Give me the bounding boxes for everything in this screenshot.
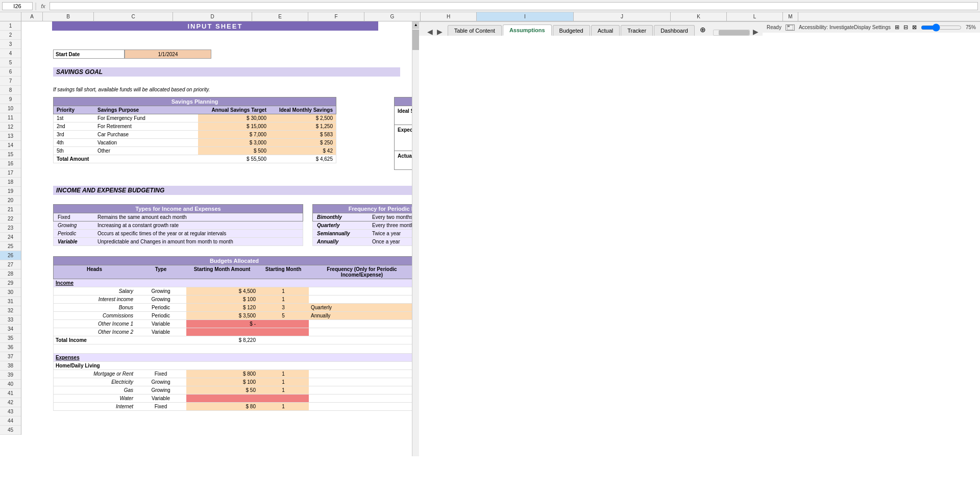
scroll-h-thumb[interactable] [719,30,749,35]
freq-row-2: Quarterly Every three months [312,221,419,230]
budget-internet-head: Internet [54,403,135,410]
budget-electricity-type: Growing [135,378,186,386]
tab-actual[interactable]: Actual [591,25,620,36]
add-sheet-button[interactable]: ⊕ [696,23,710,36]
types-row-1: Fixed Remains the same amount each month [53,213,303,221]
freq-title: Frequency for Periodic Income and Expens… [312,204,419,213]
col-header-C[interactable]: C [94,12,173,21]
tab-tracker[interactable]: Tracker [621,25,653,36]
row-37: 37 [0,352,21,361]
budget-other1-freq [309,320,415,328]
col-header-D[interactable]: D [173,12,252,21]
tabs-bar: ◀ ▶ Table of Content Assumptions Budgete… [419,21,763,36]
row-38: 38 [0,361,21,371]
col-header-K[interactable]: K [671,12,727,21]
scroll-thumb[interactable] [412,30,419,50]
budget-other1-row: Other Income 1 Variable $ - [53,320,415,328]
row-4: 4 [0,49,21,58]
tab-budgeted[interactable]: Budgeted [553,25,590,36]
budgets-header: Budgets Allocated [53,256,415,265]
zoom-slider[interactable] [921,23,962,32]
row-39: 39 [0,371,21,380]
budget-mortgage-month: 1 [258,370,309,378]
budget-other2-month [258,328,309,336]
row-18: 18 [0,178,21,187]
formula-input[interactable] [50,2,978,10]
col-header-F[interactable]: F [308,12,364,21]
status-left: Ready Accessibility: Investigate [767,24,854,31]
row-17: 17 [0,168,21,178]
budget-interest-row: Interest income Growing $ 100 1 [53,295,415,304]
budget-col-freq: Frequency (Only for Periodic Income/Expe… [309,265,415,279]
view-page-icon[interactable]: ⊟ [903,24,908,31]
col-header-J[interactable]: J [574,12,671,21]
savings-row-3: 3rd Car Purchase $ 7,000 $ 583 [53,131,336,139]
savings-purpose-1: For Emergency Fund [94,114,198,122]
accessibility-status[interactable]: Accessibility: Investigate [799,24,854,30]
budget-gas-row: Gas Growing $ 50 1 [53,386,415,395]
row-20: 20 [0,196,21,205]
col-header-H[interactable]: H [421,12,477,21]
budget-mortgage-head: Mortgage or Rent [54,370,135,378]
nav-prev-icon[interactable]: ◀ [425,28,435,36]
savings-row-2: 2nd For Retirement $ 15,000 $ 1,250 [53,122,336,131]
budget-electricity-month: 1 [258,378,309,386]
col-header-A[interactable]: A [21,12,43,21]
start-date-value[interactable]: 1/1/2024 [125,50,211,59]
savings-col-purpose: Savings Purpose [94,106,198,114]
row-30: 30 [0,288,21,297]
type-fixed-desc: Remains the same amount each month [94,213,303,221]
corner-header [0,12,21,21]
budget-mortgage-type: Fixed [135,370,186,378]
scroll-up-btn[interactable]: ▲ [412,21,419,29]
freq-row-4: Annually Once a year [312,238,419,246]
col-header-I[interactable]: I [477,12,574,21]
col-header-E[interactable]: E [252,12,308,21]
col-header-G[interactable]: G [364,12,421,21]
types-row-3: Periodic Occurs at specific times of the… [53,230,303,238]
budget-internet-type: Fixed [135,403,186,410]
budget-blank-row [53,344,415,354]
savings-priority-1: 1st [54,114,94,122]
sheet-area[interactable]: 1 2 3 4 5 6 7 8 9 10 11 12 13 14 15 16 1… [0,21,419,456]
scrollbar-right[interactable]: ▲ [412,21,419,456]
display-settings-label[interactable]: Display Settings [854,24,891,30]
savings-col-annual: Annual Savings Target [198,106,270,114]
budget-electricity-freq [309,378,415,386]
view-normal-icon[interactable]: ⊞ [895,24,899,31]
type-fixed: Fixed [54,213,94,221]
row-31: 31 [0,297,21,306]
budget-total-income-amount: $ 8,220 [186,336,258,344]
view-pagebreak-icon[interactable]: ⊠ [912,24,917,31]
budget-interest-type: Growing [135,295,186,303]
budget-other2-amount [186,328,258,336]
budget-electricity-row: Electricity Growing $ 100 1 [53,378,415,386]
savings-total-annual: $ 55,500 [198,155,270,163]
tab-dashboard[interactable]: Dashboard [654,25,695,36]
col-header-M[interactable]: M [783,12,798,21]
name-box[interactable]: I26 [2,2,33,10]
expenses-label-row: Expenses [53,354,415,362]
budget-col-amount: Starting Month Amount [186,265,258,279]
savings-total-monthly: $ 4,625 [270,155,336,163]
nav-next-icon[interactable]: ▶ [435,28,445,36]
budget-mortgage-amount: $ 800 [186,370,258,378]
tab-table-of-content[interactable]: Table of Content [448,25,502,36]
home-living-label: Home/Daily Living [54,362,135,369]
scroll-h-right-icon[interactable]: ▶ [753,28,758,36]
budget-commissions-month: 5 [258,312,309,319]
budget-total-income-type [135,336,186,344]
budget-water-type: Variable [135,395,186,402]
scrollbar-horizontal[interactable] [713,30,750,36]
row-27: 27 [0,260,21,269]
tab-assumptions[interactable]: Assumptions [503,24,552,36]
income-label: Income [54,279,135,287]
income-label-row: Income [53,279,415,287]
budget-gas-month: 1 [258,386,309,394]
col-header-L[interactable]: L [727,12,783,21]
freq-annually: Annually [313,238,369,245]
col-header-B[interactable]: B [43,12,94,21]
sheet-nav-buttons: ◀ ▶ [423,28,447,36]
sheet-container: 1 2 3 4 5 6 7 8 9 10 11 12 13 14 15 16 1… [0,21,980,456]
types-row-4: Variable Unpredictable and Changes in am… [53,238,303,246]
